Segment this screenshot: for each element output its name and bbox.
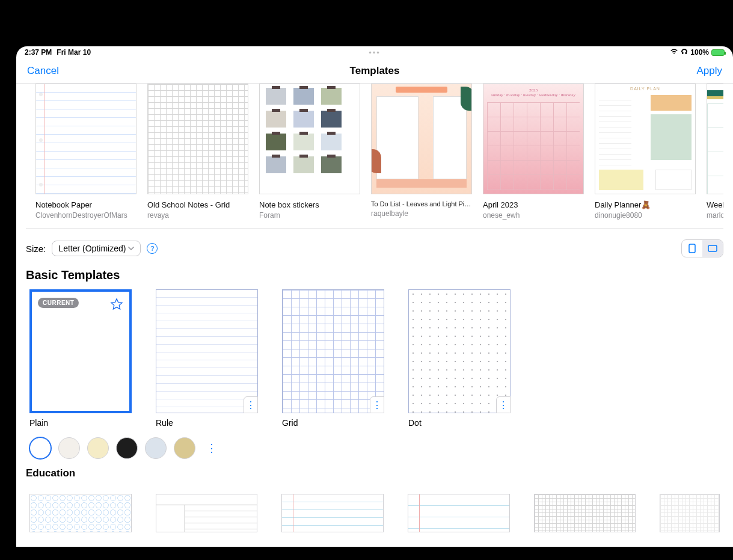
education-template[interactable]	[408, 494, 510, 532]
favorite-star-icon[interactable]	[110, 298, 123, 313]
template-name: Dot	[408, 418, 511, 428]
education-template[interactable]	[534, 494, 636, 532]
cancel-button[interactable]: Cancel	[27, 65, 59, 77]
current-badge: CURRENT	[38, 298, 79, 308]
education-template[interactable]	[29, 494, 132, 532]
orientation-toggle[interactable]	[681, 239, 723, 257]
color-swatch[interactable]	[116, 437, 138, 459]
template-author: dinonugie8080	[595, 211, 696, 220]
template-name: Notebook Paper	[35, 200, 136, 209]
color-swatch[interactable]	[58, 437, 80, 459]
landscape-toggle[interactable]	[702, 240, 723, 257]
more-icon[interactable]: ⋮	[496, 396, 511, 413]
template-name: April 2023	[483, 200, 584, 209]
svg-rect-0	[689, 244, 695, 253]
color-row: ⋮	[16, 428, 733, 464]
color-swatch[interactable]	[87, 437, 109, 459]
community-template-card[interactable]: DAILY PLAN Daily Planner🧸 dinonugie8080	[595, 84, 696, 220]
basic-template-dot[interactable]: ⋮ Dot	[408, 289, 511, 428]
color-swatch[interactable]	[174, 437, 195, 459]
headphones-icon	[681, 48, 688, 57]
multitask-dots-icon[interactable]: •••	[369, 48, 381, 57]
size-value: Letter (Optimized)	[58, 244, 126, 253]
more-colors-icon[interactable]: ⋮	[206, 442, 217, 455]
size-picker[interactable]: Letter (Optimized)	[52, 241, 141, 256]
community-template-card[interactable]: Note box stickers Foram	[259, 84, 360, 220]
basic-template-grid[interactable]: ⋮ Grid	[282, 289, 384, 428]
template-name: To Do List - Leaves and Light Pink Detai…	[371, 200, 472, 208]
svg-rect-1	[708, 245, 717, 251]
template-name: Weekly	[707, 200, 723, 209]
template-author: marloesh	[707, 211, 723, 220]
education-row	[16, 487, 733, 532]
basic-templates-row: CURRENT Plain ⋮ Rule ⋮ Grid ⋮ Dot	[16, 289, 733, 428]
apply-button[interactable]: Apply	[696, 65, 722, 77]
more-icon[interactable]: ⋮	[370, 396, 384, 413]
community-template-card[interactable]: Notebook Paper ClovenhornDestroyerOfMars	[35, 84, 136, 220]
color-swatch[interactable]	[29, 437, 51, 459]
template-name: Note box stickers	[259, 200, 360, 209]
community-template-card[interactable]: Old School Notes - Grid revaya	[147, 84, 248, 220]
modal-header: Cancel Templates Apply	[16, 58, 733, 84]
basic-template-plain[interactable]: CURRENT Plain	[29, 289, 132, 428]
template-name: Old School Notes - Grid	[147, 200, 248, 209]
template-name: Plain	[29, 418, 132, 428]
community-template-card[interactable]: Weekly marloesh	[707, 84, 723, 220]
template-name: Rule	[156, 418, 258, 428]
status-time: 2:37 PM	[25, 48, 52, 57]
template-author: onese_ewh	[483, 211, 584, 220]
community-template-card[interactable]: To Do List - Leaves and Light Pink Detai…	[371, 84, 472, 220]
template-name: Daily Planner🧸	[595, 200, 696, 209]
education-template[interactable]	[281, 494, 384, 532]
status-date: Fri Mar 10	[57, 48, 91, 57]
community-templates-row[interactable]: Notebook Paper ClovenhornDestroyerOfMars…	[26, 84, 723, 229]
size-row: Size: Letter (Optimized) ?	[16, 229, 733, 265]
template-author: revaya	[147, 211, 248, 220]
battery-percent: 100%	[690, 48, 709, 57]
education-template[interactable]	[156, 494, 258, 532]
section-title-education: Education	[16, 464, 733, 487]
template-author: ClovenhornDestroyerOfMars	[35, 211, 136, 220]
template-name: Grid	[282, 418, 384, 428]
help-icon[interactable]: ?	[147, 243, 158, 254]
battery-icon	[711, 49, 725, 56]
color-swatch[interactable]	[145, 437, 167, 459]
page-title: Templates	[350, 65, 400, 77]
template-author: Foram	[259, 211, 360, 220]
status-bar: 2:37 PM Fri Mar 10 ••• 100%	[16, 46, 733, 58]
wifi-icon	[670, 48, 678, 57]
template-author: raquelbayle	[371, 209, 472, 218]
section-title-basic: Basic Templates	[16, 265, 733, 289]
size-label: Size:	[26, 244, 46, 254]
community-template-card[interactable]: 2023sunday · monday · tuesday · wednesda…	[483, 84, 584, 220]
basic-template-rule[interactable]: ⋮ Rule	[156, 289, 258, 428]
more-icon[interactable]: ⋮	[244, 396, 258, 413]
chevron-down-icon	[128, 245, 134, 251]
education-template[interactable]	[660, 494, 720, 532]
portrait-toggle[interactable]	[682, 240, 702, 257]
